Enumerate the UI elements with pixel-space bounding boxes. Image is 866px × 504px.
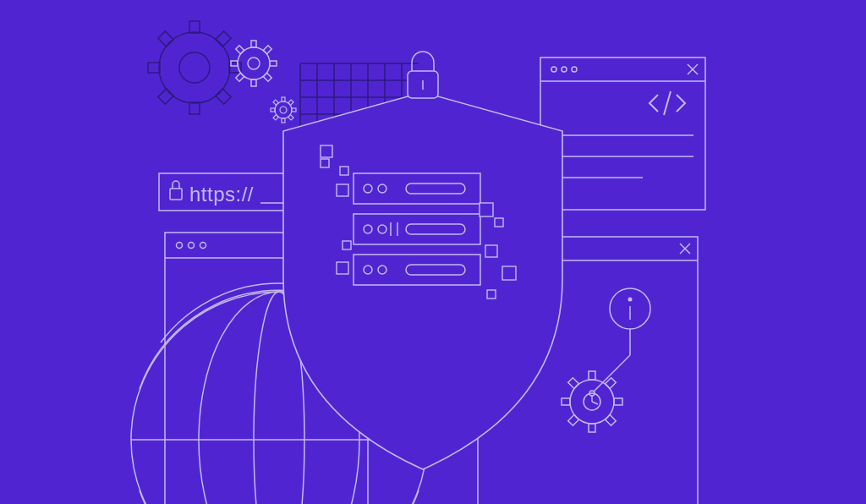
svg-rect-107	[337, 184, 348, 196]
svg-point-73	[628, 298, 633, 302]
svg-rect-43	[273, 100, 278, 105]
svg-rect-38	[282, 118, 285, 123]
svg-rect-115	[343, 241, 351, 249]
svg-rect-18	[148, 63, 160, 73]
svg-rect-41	[288, 100, 293, 105]
svg-rect-34	[263, 73, 271, 81]
svg-rect-23	[216, 89, 231, 104]
url-protocol-text: https://	[189, 183, 254, 206]
svg-rect-40	[292, 108, 296, 112]
svg-rect-22	[158, 31, 173, 47]
svg-rect-28	[251, 79, 256, 86]
svg-rect-39	[271, 108, 275, 112]
svg-rect-112	[485, 245, 497, 257]
svg-rect-37	[282, 97, 285, 101]
svg-point-25	[248, 58, 260, 69]
svg-point-15	[179, 52, 210, 83]
server-stack-icon	[354, 173, 480, 285]
svg-rect-17	[189, 102, 200, 114]
gear-icon-large	[129, 2, 260, 134]
svg-rect-114	[487, 290, 496, 299]
svg-rect-111	[495, 218, 503, 227]
svg-rect-29	[231, 61, 238, 66]
svg-rect-30	[270, 61, 277, 66]
svg-point-35	[280, 107, 287, 113]
svg-rect-46	[170, 189, 182, 200]
svg-rect-21	[158, 89, 173, 104]
svg-rect-27	[251, 41, 256, 47]
svg-point-24	[159, 32, 230, 103]
svg-rect-106	[321, 145, 332, 157]
svg-rect-31	[263, 46, 271, 54]
security-illustration: https://	[0, 0, 866, 504]
gear-icon-small	[266, 92, 301, 128]
svg-rect-32	[236, 73, 244, 81]
padlock-icon	[408, 52, 438, 98]
code-window	[540, 58, 705, 210]
svg-rect-33	[236, 46, 244, 54]
svg-rect-42	[273, 115, 278, 120]
svg-rect-108	[321, 159, 329, 167]
gear-icon-medium	[222, 31, 286, 96]
svg-rect-109	[340, 167, 348, 175]
svg-rect-110	[480, 203, 493, 216]
svg-rect-57	[540, 58, 705, 210]
svg-rect-113	[502, 266, 516, 280]
svg-rect-16	[189, 21, 200, 33]
svg-rect-20	[216, 31, 231, 47]
svg-rect-116	[337, 262, 348, 274]
svg-rect-44	[288, 115, 293, 120]
